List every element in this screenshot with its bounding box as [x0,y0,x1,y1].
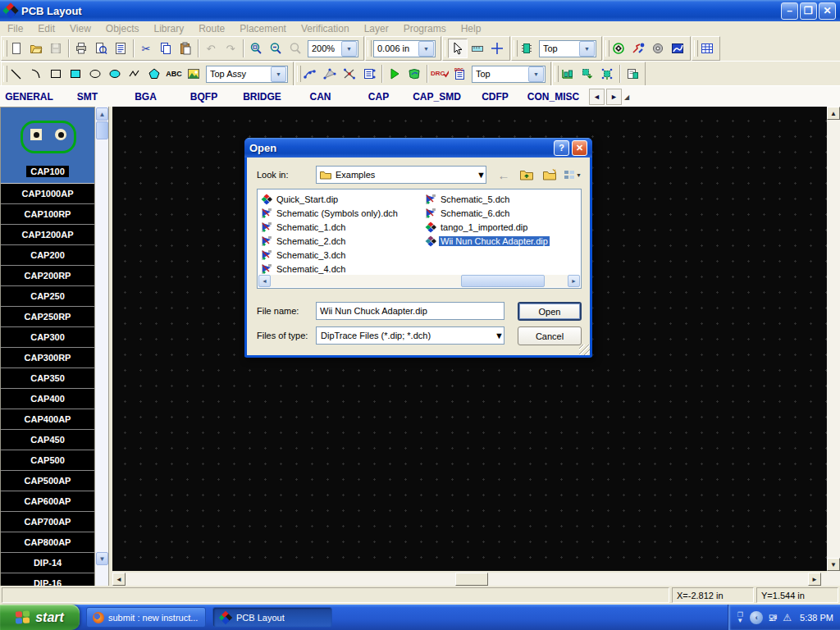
chevron-down-icon[interactable]: ▼ [477,170,486,180]
hide-tray-icons-icon[interactable]: ‹ [750,611,763,624]
footprint-selected-item[interactable]: CAP100 [1,107,94,184]
line-tool-icon[interactable] [7,64,26,84]
file-name-input[interactable] [316,302,504,320]
footprint-item[interactable]: CAP100RP [1,204,94,225]
tab-bridge[interactable]: BRIDGE [233,91,291,103]
menu-library[interactable]: Library [147,23,192,34]
taskbar-task-browser[interactable]: submit : new instruct... [86,607,206,628]
file-item[interactable]: Quick_Start.dip [261,192,423,206]
scroll-right-icon[interactable]: ► [808,573,821,586]
scrollbar-thumb[interactable] [461,275,545,287]
tab-cap[interactable]: CAP [349,91,408,103]
file-item[interactable]: Schematic_5.dch [425,192,581,206]
grid-size-combobox[interactable]: 0.006 in▼ [373,40,436,57]
footprint-item[interactable]: CAP800AP [1,532,94,553]
place-pad-icon[interactable] [609,39,628,58]
net-list-icon[interactable] [359,64,379,84]
ellipse-tool-icon[interactable] [85,64,105,84]
footprint-item[interactable]: CAP200 [1,245,94,266]
unroute-icon[interactable] [340,64,359,84]
dialog-help-button[interactable]: ? [554,140,569,156]
component-properties-icon[interactable] [623,64,642,84]
footprint-item[interactable]: CAP250 [1,286,94,307]
place-via-icon[interactable] [648,39,668,58]
place-component-icon[interactable] [517,39,536,58]
file-list[interactable]: Quick_Start.dip Schematic (Symbols only)… [257,189,582,289]
scroll-left-icon[interactable]: ◄ [258,275,271,287]
titles-icon[interactable] [111,39,130,58]
print-preview-icon[interactable] [91,39,111,58]
draw-layer-combobox[interactable]: Top Assy▼ [206,66,288,83]
copy-icon[interactable] [156,39,176,58]
ratlines-icon[interactable] [320,64,340,84]
start-button[interactable]: start [0,605,80,630]
footprint-item[interactable]: CAP500AP [1,471,94,491]
tab-bqfp[interactable]: BQFP [175,91,233,103]
menu-programs[interactable]: Programs [396,23,454,34]
tabs-scroll-left-icon[interactable]: ◄ [589,89,605,105]
text-tool-icon[interactable]: ABC [164,64,184,84]
tabs-scroll-right-icon[interactable]: ► [606,89,622,105]
redo-icon[interactable]: ↷ [221,39,240,58]
auto-placement-icon[interactable] [597,64,617,84]
zoom-previous-icon[interactable] [285,39,305,58]
board-side-combobox[interactable]: Top▼ [539,40,596,57]
look-in-combobox[interactable]: Examples ▼ [316,166,486,184]
menu-placement[interactable]: Placement [232,23,294,34]
run-autorouter-icon[interactable] [385,64,404,84]
placement-setup-icon[interactable] [558,64,578,84]
footprint-list-scrollbar[interactable]: ▲ ▼ [95,107,109,586]
restore-button[interactable]: ❐ [800,2,817,20]
footprint-item[interactable]: CAP250RP [1,307,94,327]
scrollbar-thumb[interactable] [96,121,108,139]
scroll-left-icon[interactable]: ◄ [112,573,126,586]
arc-tool-icon[interactable] [26,64,46,84]
menu-help[interactable]: Help [454,23,489,34]
canvas-vertical-scrollbar[interactable]: ▲ ▼ [827,107,840,586]
open-file-icon[interactable] [26,39,46,58]
tab-can[interactable]: CAN [291,91,349,103]
minimize-button[interactable]: – [781,2,798,20]
polygon-tool-icon[interactable] [144,64,164,84]
footprint-item[interactable]: CAP400AP [1,409,94,430]
cut-icon[interactable]: ✂ [136,39,156,58]
file-item[interactable]: Schematic (Symbols only).dch [261,206,423,220]
file-item-selected[interactable]: Wii Nun Chuck Adapter.dip [425,234,581,248]
menu-verification[interactable]: Verification [294,23,357,34]
paste-icon[interactable] [176,39,195,58]
taskbar-task-pcb-layout[interactable]: PCB Layout [212,607,332,628]
close-button[interactable]: ✕ [819,2,836,20]
zoom-out-icon[interactable] [266,39,285,58]
route-tool-icon[interactable] [628,39,648,58]
image-tool-icon[interactable] [184,64,203,84]
scroll-down-icon[interactable]: ▼ [827,558,840,571]
cancel-button[interactable]: Cancel [518,326,582,345]
chevron-down-icon[interactable]: ▼ [418,41,434,57]
chevron-down-icon[interactable]: ▼ [495,331,504,340]
menu-edit[interactable]: Edit [30,23,62,34]
file-item[interactable]: Schematic_6.dch [425,206,581,220]
undo-icon[interactable]: ↶ [201,39,221,58]
drc-report-icon[interactable]: DRC [450,64,469,84]
canvas-horizontal-scrollbar[interactable]: ◄ ► [112,573,827,586]
drc-check-icon[interactable]: DRC [430,64,450,84]
footprint-item[interactable]: CAP200RP [1,266,94,286]
save-icon[interactable] [46,39,66,58]
polyline-tool-icon[interactable] [125,64,144,84]
view-menu-icon[interactable]: ▼ [564,166,582,184]
scroll-right-icon[interactable]: ► [568,275,580,287]
file-item[interactable]: Schematic_1.dch [261,220,423,234]
tab-general[interactable]: GENERAL [0,91,58,103]
zoom-window-icon[interactable] [246,39,266,58]
filled-ellipse-tool-icon[interactable] [105,64,125,84]
rectangle-tool-icon[interactable] [46,64,66,84]
footprint-item[interactable]: CAP300 [1,327,94,348]
footprint-item[interactable]: CAP1200AP [1,225,94,245]
file-item[interactable]: tango_1_imported.dip [425,220,581,234]
tab-cap-smd[interactable]: CAP_SMD [408,91,466,103]
footprint-item[interactable]: DIP-14 [1,553,94,573]
chevron-down-icon[interactable]: ▼ [579,41,595,57]
file-item[interactable]: Schematic_2.dch [261,234,423,248]
file-item[interactable]: Schematic_3.dch [261,248,423,262]
zoom-level-combobox[interactable]: 200%▼ [308,40,358,57]
